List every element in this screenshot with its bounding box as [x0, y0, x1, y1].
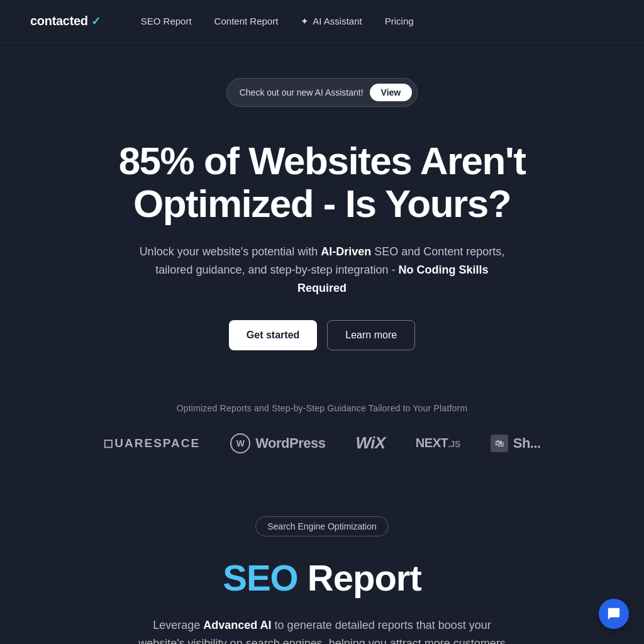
seo-title: SEO Report: [30, 557, 614, 599]
nav-item-ai-assistant[interactable]: ✦ AI Assistant: [301, 16, 362, 27]
nav-link-seo-report[interactable]: SEO Report: [141, 16, 192, 26]
nav-links: SEO Report Content Report ✦ AI Assistant…: [141, 16, 614, 27]
seo-title-seo: SEO: [223, 557, 298, 598]
logo-checkmark-icon: ✓: [91, 15, 101, 28]
get-started-button[interactable]: Get started: [229, 320, 317, 350]
platform-logos: ◻UARESPACE W WordPress WiX NEXT.JS 🛍 Sh.…: [30, 433, 614, 453]
chat-bubble-button[interactable]: [599, 599, 629, 629]
nav-item-pricing[interactable]: Pricing: [385, 16, 414, 27]
logo-word: contacted: [30, 14, 88, 28]
nav-link-pricing[interactable]: Pricing: [385, 16, 414, 26]
announcement-text: Check out our new AI Assistant!: [240, 87, 364, 97]
learn-more-button[interactable]: Learn more: [327, 320, 415, 350]
nav-item-seo-report[interactable]: SEO Report: [141, 16, 192, 27]
nextjs-logo: NEXT.JS: [416, 436, 460, 450]
wix-logo: WiX: [355, 433, 385, 453]
subtitle-plain: Unlock your website's potential with: [140, 245, 321, 258]
wordpress-logo: W WordPress: [230, 433, 325, 453]
main-nav: contacted ✓ SEO Report Content Report ✦ …: [0, 0, 644, 43]
platform-subtitle: Optimized Reports and Step-by-Step Guida…: [30, 403, 614, 413]
nav-item-content-report[interactable]: Content Report: [214, 16, 279, 27]
logo-text: contacted ✓: [30, 14, 101, 28]
hero-section: 85% of Websites Aren't Optimized - Is Yo…: [0, 107, 644, 403]
announcement-banner: Check out our new AI Assistant! View: [0, 78, 644, 107]
nav-link-content-report[interactable]: Content Report: [214, 16, 279, 26]
seo-section: Search Engine Optimization SEO Report Le…: [0, 479, 644, 644]
ai-sparkle-icon: ✦: [301, 16, 309, 27]
chat-icon: [607, 607, 621, 621]
nav-link-ai-assistant[interactable]: ✦ AI Assistant: [301, 16, 362, 27]
platform-section: Optimized Reports and Step-by-Step Guida…: [0, 403, 644, 479]
squarespace-logo: ◻UARESPACE: [103, 436, 200, 450]
shopify-logo: 🛍 Sh...: [491, 435, 541, 452]
seo-desc-plain: Leverage: [153, 619, 203, 631]
subtitle-highlight: AI-Driven: [321, 245, 371, 258]
announcement-view-button[interactable]: View: [370, 84, 413, 101]
seo-description: Leverage Advanced AI to generate detaile…: [133, 616, 511, 644]
hero-subtitle: Unlock your website's potential with AI-…: [133, 243, 511, 297]
announcement-pill: Check out our new AI Assistant! View: [226, 78, 418, 107]
hero-buttons: Get started Learn more: [30, 320, 614, 350]
seo-title-plain: Report: [308, 557, 421, 598]
logo[interactable]: contacted ✓: [30, 14, 101, 28]
hero-title: 85% of Websites Aren't Optimized - Is Yo…: [102, 140, 542, 225]
seo-badge: Search Engine Optimization: [255, 516, 389, 536]
wordpress-circle-icon: W: [230, 433, 250, 453]
shopify-bag-icon: 🛍: [491, 435, 508, 452]
seo-desc-highlight: Advanced AI: [203, 619, 271, 631]
